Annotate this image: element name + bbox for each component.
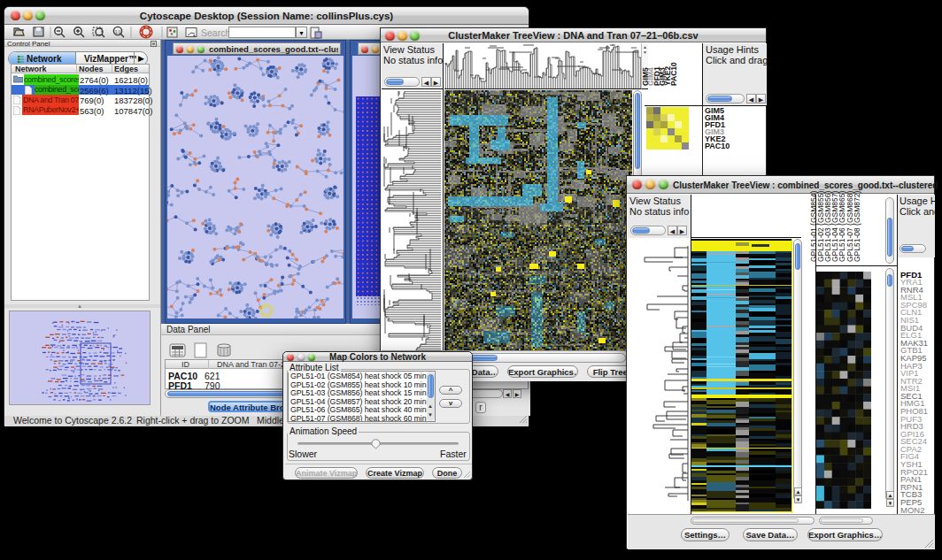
svg-text:1:1: 1:1 xyxy=(115,30,121,35)
